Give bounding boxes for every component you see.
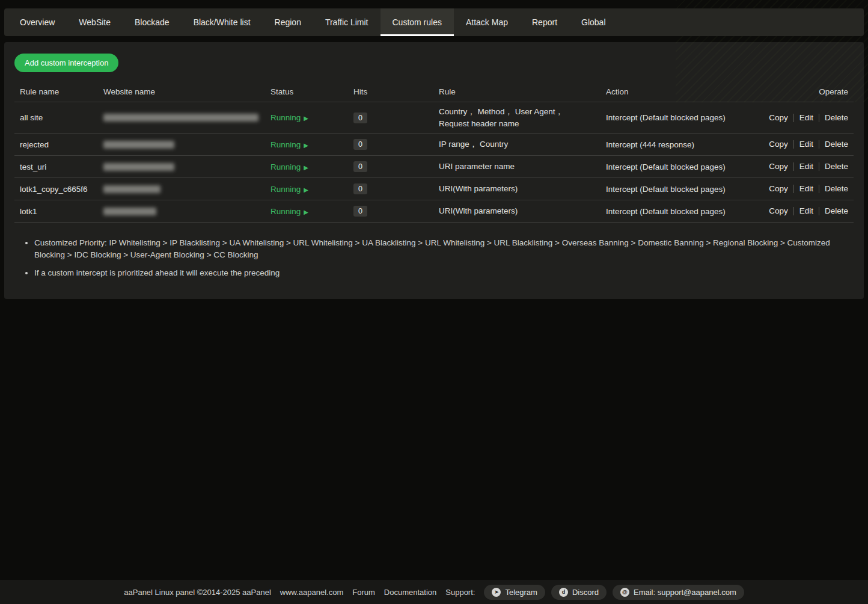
tab-attack-map[interactable]: Attack Map bbox=[454, 8, 520, 36]
table-row: test_uriRunning▶0URI parameter nameInter… bbox=[14, 155, 854, 177]
website-name-redacted bbox=[103, 208, 156, 215]
rule-cell: URI(With parameters) bbox=[439, 205, 606, 217]
rules-table-header: Rule name Website name Status Hits Rule … bbox=[14, 82, 854, 102]
delete-link[interactable]: Delete bbox=[819, 185, 848, 193]
action-cell: Intercept (Default blocked pages) bbox=[606, 207, 758, 216]
hits-badge: 0 bbox=[353, 161, 367, 172]
website-name-redacted bbox=[103, 114, 258, 122]
discord-icon: d bbox=[559, 588, 568, 597]
rule-cell: URI parameter name bbox=[439, 161, 606, 173]
status-cell: Running▶ bbox=[270, 185, 353, 194]
play-icon[interactable]: ▶ bbox=[304, 115, 308, 122]
tab-region[interactable]: Region bbox=[263, 8, 313, 36]
action-cell: Intercept (Default blocked pages) bbox=[606, 185, 758, 194]
status-running-label: Running bbox=[270, 185, 301, 194]
copy-link[interactable]: Copy bbox=[763, 140, 794, 149]
table-row: lotk1_copy_c665f6Running▶0URI(With param… bbox=[14, 177, 854, 200]
status-cell: Running▶ bbox=[270, 207, 353, 216]
delete-link[interactable]: Delete bbox=[819, 114, 848, 122]
rule-name-cell: all site bbox=[20, 113, 103, 122]
tab-report[interactable]: Report bbox=[520, 8, 569, 36]
tab-overview[interactable]: Overview bbox=[8, 8, 67, 36]
note-item: Customized Priority: IP Whitelisting > I… bbox=[34, 237, 850, 262]
column-header-rule-name: Rule name bbox=[20, 87, 103, 96]
footer-link-forum[interactable]: Forum bbox=[352, 588, 375, 597]
tab-traffic-limit[interactable]: Traffic Limit bbox=[313, 8, 381, 36]
column-header-hits: Hits bbox=[353, 87, 439, 96]
pill-label: Email: support@aapanel.com bbox=[634, 588, 736, 597]
footer: aaPanel Linux panel ©2014-2025 aaPanel w… bbox=[0, 580, 868, 604]
hits-badge: 0 bbox=[353, 112, 367, 123]
footer-link-documentation[interactable]: Documentation bbox=[384, 588, 436, 597]
footer-support-label: Support: bbox=[445, 588, 475, 597]
footer-copyright: aaPanel Linux panel ©2014-2025 aaPanel bbox=[124, 588, 271, 597]
footer-support-pills: ➤TelegramdDiscord@Email: support@aapanel… bbox=[484, 585, 744, 600]
tab-global[interactable]: Global bbox=[569, 8, 617, 36]
status-running-label: Running bbox=[270, 140, 301, 149]
delete-link[interactable]: Delete bbox=[819, 207, 848, 215]
email-pill[interactable]: @Email: support@aapanel.com bbox=[613, 585, 744, 600]
tab-blockade[interactable]: Blockade bbox=[123, 8, 182, 36]
column-header-operate: Operate bbox=[758, 87, 848, 96]
status-cell: Running▶ bbox=[270, 113, 353, 122]
email-icon: @ bbox=[620, 588, 629, 597]
action-cell: Intercept (Default blocked pages) bbox=[606, 113, 758, 122]
operate-cell: CopyEditDelete bbox=[758, 114, 848, 122]
edit-link[interactable]: Edit bbox=[794, 140, 819, 149]
action-cell: Intercept (Default blocked pages) bbox=[606, 162, 758, 171]
copy-link[interactable]: Copy bbox=[763, 114, 794, 122]
rule-name-cell: test_uri bbox=[20, 162, 103, 171]
rule-name-cell: lotk1_copy_c665f6 bbox=[20, 185, 103, 194]
website-name-cell bbox=[103, 114, 270, 122]
status-cell: Running▶ bbox=[270, 162, 353, 171]
table-row: rejectedRunning▶0IP range， CountryInterc… bbox=[14, 133, 854, 155]
pill-label: Discord bbox=[572, 588, 599, 597]
operate-cell: CopyEditDelete bbox=[758, 140, 848, 149]
hits-cell: 0 bbox=[353, 183, 439, 194]
hits-badge: 0 bbox=[353, 139, 367, 150]
top-navbar: OverviewWebSiteBlockadeBlack/White listR… bbox=[4, 8, 864, 36]
hits-cell: 0 bbox=[353, 161, 439, 172]
copy-link[interactable]: Copy bbox=[763, 207, 794, 215]
status-cell: Running▶ bbox=[270, 140, 353, 149]
discord-pill[interactable]: dDiscord bbox=[551, 585, 607, 600]
table-row: all siteRunning▶0Country， Method， User A… bbox=[14, 102, 854, 133]
play-icon[interactable]: ▶ bbox=[304, 164, 308, 171]
telegram-pill[interactable]: ➤Telegram bbox=[484, 585, 545, 600]
edit-link[interactable]: Edit bbox=[794, 207, 819, 215]
tab-black-white-list[interactable]: Black/White list bbox=[182, 8, 263, 36]
play-icon[interactable]: ▶ bbox=[304, 186, 308, 193]
rule-cell: IP range， Country bbox=[439, 138, 606, 150]
copy-link[interactable]: Copy bbox=[763, 162, 794, 171]
column-header-website-name: Website name bbox=[103, 87, 270, 96]
pill-label: Telegram bbox=[505, 588, 537, 597]
column-header-rule: Rule bbox=[439, 87, 606, 96]
play-icon[interactable]: ▶ bbox=[304, 142, 308, 149]
hits-cell: 0 bbox=[353, 139, 439, 150]
delete-link[interactable]: Delete bbox=[819, 162, 848, 171]
status-running-label: Running bbox=[270, 113, 301, 122]
column-header-action: Action bbox=[606, 87, 758, 96]
tab-custom-rules[interactable]: Custom rules bbox=[381, 8, 454, 36]
tab-website[interactable]: WebSite bbox=[67, 8, 123, 36]
copy-link[interactable]: Copy bbox=[763, 185, 794, 193]
delete-link[interactable]: Delete bbox=[819, 140, 848, 149]
column-header-status: Status bbox=[270, 87, 353, 96]
rules-table: Rule name Website name Status Hits Rule … bbox=[14, 82, 854, 223]
edit-link[interactable]: Edit bbox=[794, 114, 819, 122]
edit-link[interactable]: Edit bbox=[794, 162, 819, 171]
website-name-redacted bbox=[103, 185, 160, 193]
hits-cell: 0 bbox=[353, 206, 439, 217]
telegram-icon: ➤ bbox=[492, 588, 501, 597]
add-custom-interception-button[interactable]: Add custom interception bbox=[14, 54, 118, 72]
edit-link[interactable]: Edit bbox=[794, 185, 819, 193]
status-running-label: Running bbox=[270, 162, 301, 171]
play-icon[interactable]: ▶ bbox=[304, 209, 308, 215]
rule-name-cell: rejected bbox=[20, 140, 103, 149]
operate-cell: CopyEditDelete bbox=[758, 207, 848, 215]
footer-link-website[interactable]: www.aapanel.com bbox=[280, 588, 344, 597]
table-row: lotk1Running▶0URI(With parameters)Interc… bbox=[14, 200, 854, 222]
rule-cell: Country， Method， User Agent， Request hea… bbox=[439, 106, 606, 129]
custom-rules-panel: Add custom interception Rule name Websit… bbox=[4, 42, 864, 299]
hits-cell: 0 bbox=[353, 112, 439, 123]
